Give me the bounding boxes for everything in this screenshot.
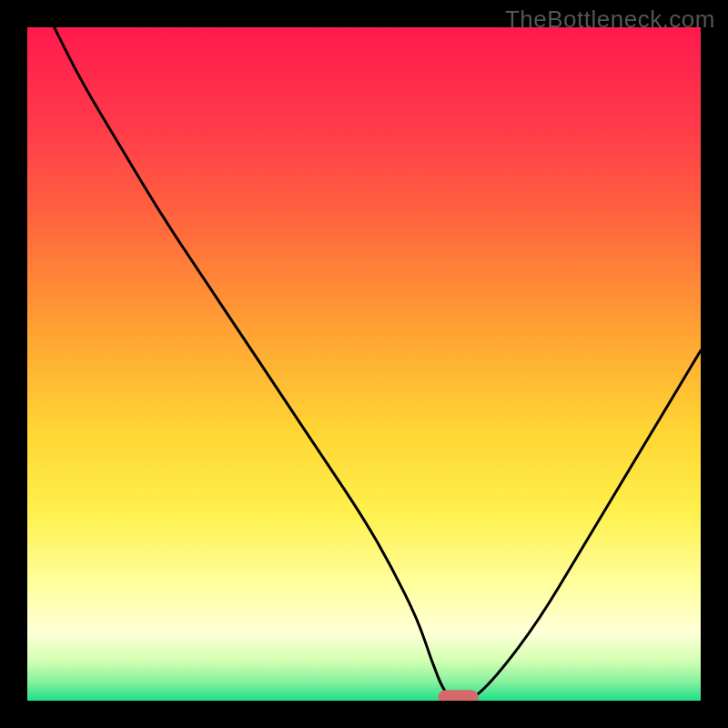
plot-area [27,27,701,701]
optimal-marker [438,690,478,701]
watermark-text: TheBottleneck.com [505,5,715,34]
gradient-background [27,27,701,701]
chart-frame: TheBottleneck.com [0,0,728,728]
bottleneck-chart [27,27,701,701]
